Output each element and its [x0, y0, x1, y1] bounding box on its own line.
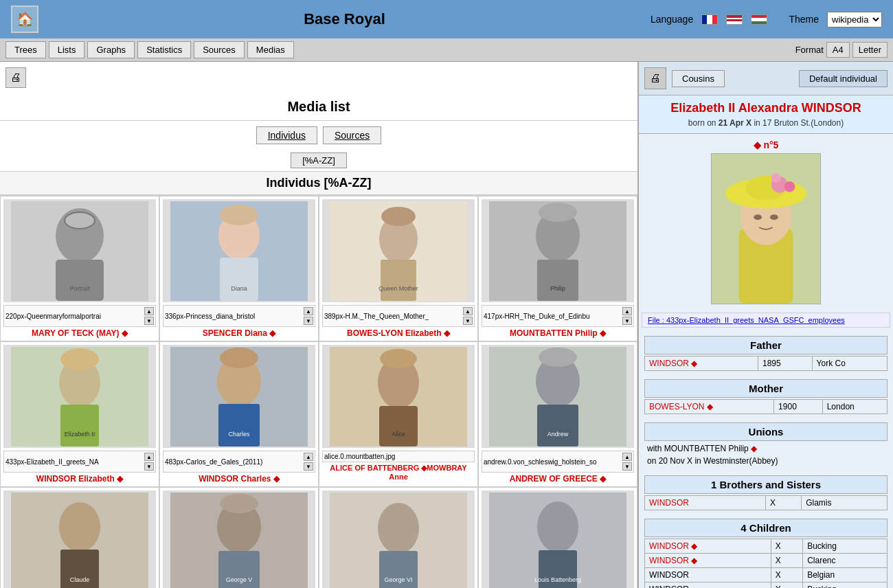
media-cell-1: Diana 336px-Princess_diana_bristol ▲ ▼ S… [159, 196, 319, 341]
filename-4: 433px-Elizabeth_II_greets_NA [5, 458, 99, 466]
child-row-2[interactable]: WINDSOR X Belgian [645, 568, 888, 583]
format-letter[interactable]: Letter [852, 42, 888, 58]
svg-rect-2 [56, 260, 104, 301]
print-button[interactable]: 🖨 [5, 67, 26, 88]
svg-point-64 [784, 181, 795, 192]
svg-text:Claude: Claude [70, 576, 90, 583]
media-list-title: Media list [0, 93, 637, 121]
scroll-up-1[interactable]: ▲ [304, 307, 313, 315]
child-row-0[interactable]: WINDSOR ◆ X Bucking [645, 539, 888, 554]
media-cell-5: Charles 483px-Carlos_de_Gales_(2011) ▲ ▼… [159, 341, 319, 487]
svg-point-3 [65, 212, 95, 229]
graphs-nav[interactable]: Graphs [87, 41, 135, 58]
media-label-2[interactable]: BOWES-LYON Elizabeth ◆ [347, 328, 450, 338]
filename-0: 220px-Queenmaryformalportrai [5, 313, 101, 320]
sources-nav[interactable]: Sources [194, 41, 245, 58]
filename-6: alice.0.mountbatten.jpg [324, 453, 395, 460]
tab-sources[interactable]: Sources [323, 126, 381, 144]
media-label-5[interactable]: WINDSOR Charles ◆ [199, 474, 280, 484]
flag-fr[interactable] [701, 14, 718, 25]
person-photo [711, 153, 821, 304]
media-label-7[interactable]: ANDREW OF GREECE ◆ [510, 474, 606, 484]
svg-rect-38 [537, 405, 578, 446]
person-born-info: born on 21 Apr X in 17 Bruton St.(London… [644, 118, 888, 128]
flag-hu[interactable] [751, 14, 767, 25]
mother-row[interactable]: BOWES-LYON ◆ 1900 London [645, 400, 888, 414]
format-a4[interactable]: A4 [826, 42, 850, 58]
scroll-down-7[interactable]: ▼ [622, 462, 632, 471]
media-label-6[interactable]: ALICE OF BATTENBERG ◆MOWBRAY Anne [322, 464, 475, 481]
filename-3: 417px-HRH_The_Duke_of_Edinbu [484, 313, 590, 320]
svg-point-8 [220, 205, 258, 225]
media-cell-7: Andrew andrew.0.von_schleswig_holstein_s… [478, 341, 637, 487]
svg-rect-33 [379, 406, 418, 446]
sibling-row[interactable]: WINDSOR X Glamis [645, 496, 888, 510]
scroll-down-2[interactable]: ▼ [463, 317, 473, 325]
scroll-down-3[interactable]: ▼ [622, 317, 632, 325]
home-button[interactable]: 🏠 [11, 5, 38, 33]
right-print-button[interactable]: 🖨 [644, 67, 666, 89]
lists-nav[interactable]: Lists [49, 41, 85, 58]
svg-text:Portrait: Portrait [69, 285, 90, 292]
media-cell-6: Alice alice.0.mountbatten.jpg ALICE OF B… [319, 341, 478, 487]
filter-az[interactable]: [%A-ZZ] [291, 152, 347, 168]
media-cell-3: Philip 417px-HRH_The_Duke_of_Edinbu ▲ ▼ … [478, 196, 637, 341]
file-link[interactable]: File : 433px-Elizabeth_II_greets_NASA_GS… [642, 313, 890, 328]
father-row[interactable]: WINDSOR ◆ 1895 York Co [645, 357, 888, 371]
unions-header: Unions [644, 422, 888, 441]
svg-text:Philip: Philip [550, 285, 565, 292]
person-name[interactable]: Elizabeth II Alexandra WINDSOR [644, 101, 888, 115]
filename-7: andrew.0.von_schleswig_holstein_sonderbu… [484, 458, 597, 466]
svg-text:George VI: George VI [384, 576, 412, 583]
union-date: on 20 Nov X in Westminster(Abbey) [644, 455, 888, 467]
flag-us[interactable] [726, 14, 743, 25]
siblings-header: 1 Brothers and Sisters [644, 475, 888, 494]
default-individual-button[interactable]: Default individual [799, 70, 888, 87]
scroll-up-2[interactable]: ▲ [463, 307, 473, 315]
scroll-down-5[interactable]: ▼ [304, 462, 313, 471]
scroll-down-4[interactable]: ▼ [144, 462, 154, 471]
svg-point-48 [220, 494, 258, 513]
trees-nav[interactable]: Trees [5, 41, 46, 58]
tab-individus[interactable]: Individus [256, 126, 317, 144]
svg-point-66 [754, 214, 762, 220]
scroll-down-1[interactable]: ▼ [304, 317, 313, 325]
child-row-3[interactable]: WINDSOR X Bucking [645, 583, 888, 589]
filename-2: 389px-H.M._The_Queen_Mother_ [324, 313, 429, 320]
svg-text:George V: George V [226, 576, 253, 583]
theme-select[interactable]: wikipedia [827, 12, 882, 27]
media-label-0[interactable]: MARY OF TECK (MAY) ◆ [32, 328, 128, 338]
diamond-number: ◆ n°5 [754, 139, 779, 150]
media-cell-10: George VI King_George_VI_of_England,_for… [319, 487, 478, 588]
media-label-4[interactable]: WINDSOR Elizabeth ◆ [36, 474, 123, 484]
scroll-up-0[interactable]: ▲ [144, 307, 154, 315]
svg-text:Elizabeth II: Elizabeth II [65, 431, 95, 438]
svg-point-51 [378, 503, 419, 554]
svg-point-24 [60, 348, 99, 370]
scroll-up-3[interactable]: ▲ [622, 307, 632, 315]
cousins-button[interactable]: Cousins [672, 70, 725, 87]
svg-point-18 [539, 203, 577, 222]
svg-text:Charles: Charles [228, 431, 250, 438]
scroll-up-7[interactable]: ▲ [622, 453, 632, 461]
svg-point-29 [220, 348, 258, 368]
theme-label: Theme [789, 14, 819, 25]
media-label-1[interactable]: SPENCER Diana ◆ [203, 328, 275, 338]
union-with: with MOUNTBATTEN Philip ◆ [644, 442, 888, 455]
scroll-down-0[interactable]: ▼ [144, 317, 154, 325]
medias-nav[interactable]: Medias [247, 41, 294, 58]
scroll-up-5[interactable]: ▲ [304, 453, 313, 461]
svg-point-13 [381, 207, 416, 226]
svg-point-34 [380, 349, 417, 368]
child-row-1[interactable]: WINDSOR ◆ X Clarenc [645, 554, 888, 568]
father-header: Father [644, 336, 888, 354]
svg-text:Alice: Alice [392, 431, 405, 438]
statistics-nav[interactable]: Statistics [137, 41, 191, 58]
app-title: Base Royal [38, 10, 651, 28]
svg-text:Diana: Diana [231, 285, 247, 292]
scroll-up-4[interactable]: ▲ [144, 453, 154, 461]
format-label: Format [795, 45, 824, 55]
filename-1: 336px-Princess_diana_bristol [165, 313, 255, 320]
svg-point-42 [59, 502, 100, 552]
media-label-3[interactable]: MOUNTBATTEN Philip ◆ [510, 328, 606, 338]
